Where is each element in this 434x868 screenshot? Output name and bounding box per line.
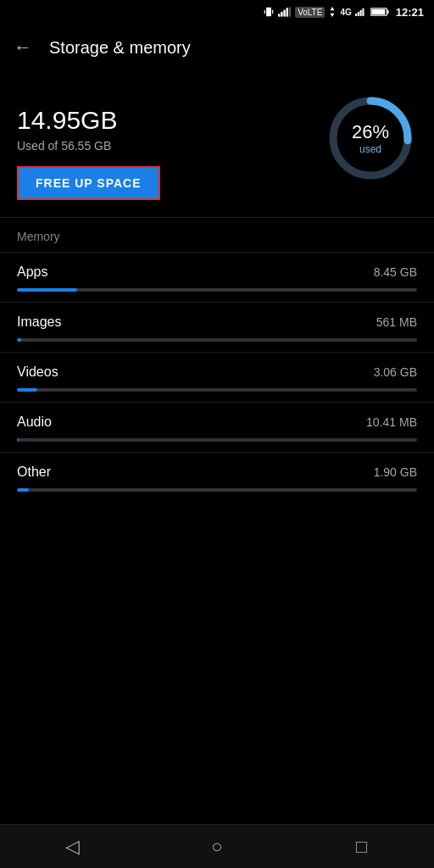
- svg-rect-2: [272, 10, 273, 14]
- progress-bar-container: [17, 488, 417, 492]
- storage-used-value: 14.95GB: [17, 92, 160, 136]
- donut-label: 26% used: [352, 121, 389, 155]
- storage-item[interactable]: Images 561 MB: [0, 302, 434, 352]
- storage-item-header: Other 1.90 GB: [17, 465, 417, 480]
- vibrate-icon: [263, 6, 275, 18]
- svg-rect-10: [355, 14, 357, 16]
- top-bar: ← Storage & memory: [0, 24, 434, 71]
- storage-item[interactable]: Apps 8.45 GB: [0, 252, 434, 302]
- storage-item-header: Videos 3.06 GB: [17, 364, 417, 380]
- storage-item-name: Audio: [17, 415, 52, 430]
- storage-item-header: Audio 10.41 MB: [17, 415, 417, 430]
- memory-section-header: Memory: [0, 217, 434, 252]
- svg-rect-3: [278, 14, 280, 16]
- storage-used-of: Used of 56.55 GB: [17, 139, 160, 153]
- back-button[interactable]: ←: [14, 36, 32, 58]
- progress-bar-fill: [17, 388, 37, 392]
- progress-bar-fill: [17, 288, 77, 292]
- memory-label: Memory: [17, 230, 60, 243]
- svg-rect-16: [371, 9, 385, 14]
- storage-item-name: Other: [17, 465, 51, 480]
- battery-icon: [370, 7, 389, 17]
- storage-item-value: 1.90 GB: [374, 465, 417, 479]
- storage-item[interactable]: Other 1.90 GB: [0, 452, 434, 502]
- svg-rect-0: [266, 8, 271, 17]
- progress-bar-container: [17, 288, 417, 292]
- storage-item-value: 10.41 MB: [366, 415, 417, 429]
- storage-item[interactable]: Audio 10.41 MB: [0, 402, 434, 452]
- donut-chart: 26% used: [324, 92, 417, 185]
- signal2-icon: [355, 7, 367, 17]
- storage-item[interactable]: Videos 3.06 GB: [0, 352, 434, 402]
- svg-rect-1: [264, 10, 265, 14]
- home-nav-button[interactable]: ○: [192, 830, 242, 864]
- svg-marker-9: [331, 14, 335, 17]
- svg-rect-15: [387, 10, 389, 14]
- storage-left: 14.95GB Used of 56.55 GB FREE UP SPACE: [17, 92, 160, 200]
- storage-item-header: Apps 8.45 GB: [17, 264, 417, 280]
- storage-items-list: Apps 8.45 GB Images 561 MB Videos 3.06 G…: [0, 252, 434, 502]
- svg-rect-7: [289, 7, 291, 16]
- storage-item-value: 561 MB: [376, 315, 417, 329]
- storage-unit: GB: [81, 106, 117, 134]
- storage-item-name: Images: [17, 314, 61, 330]
- volte-badge: VoLTE: [295, 7, 325, 18]
- svg-rect-13: [362, 8, 364, 16]
- progress-bar-container: [17, 338, 417, 342]
- svg-rect-12: [359, 10, 361, 16]
- status-bar: VoLTE 4G 12:21: [0, 0, 434, 24]
- page-title: Storage & memory: [49, 38, 191, 58]
- svg-marker-8: [331, 7, 335, 10]
- progress-bar-fill: [17, 488, 29, 492]
- storage-item-name: Apps: [17, 264, 47, 280]
- donut-percent: 26%: [352, 121, 389, 143]
- donut-used-label: used: [352, 143, 389, 155]
- bottom-nav: ◁ ○ □: [0, 824, 434, 868]
- free-up-space-button[interactable]: FREE UP SPACE: [17, 166, 160, 200]
- progress-bar-fill: [17, 338, 21, 342]
- status-time: 12:21: [396, 6, 424, 19]
- storage-info-section: 14.95GB Used of 56.55 GB FREE UP SPACE 2…: [0, 71, 434, 217]
- progress-bar-container: [17, 388, 417, 392]
- svg-rect-4: [281, 12, 282, 17]
- storage-item-name: Videos: [17, 364, 58, 380]
- back-nav-button[interactable]: ◁: [47, 830, 97, 864]
- progress-bar-fill: [17, 438, 19, 442]
- recent-nav-button[interactable]: □: [337, 830, 387, 864]
- signal-icon: [278, 7, 292, 17]
- svg-rect-6: [287, 8, 288, 16]
- 4g-badge: 4G: [340, 8, 351, 17]
- data-arrows-icon: [328, 7, 337, 17]
- svg-rect-11: [358, 12, 359, 16]
- storage-item-value: 3.06 GB: [374, 365, 417, 379]
- status-icons: VoLTE 4G 12:21: [263, 6, 424, 19]
- storage-item-value: 8.45 GB: [374, 265, 417, 279]
- svg-rect-5: [284, 10, 286, 17]
- progress-bar-container: [17, 438, 417, 442]
- storage-item-header: Images 561 MB: [17, 314, 417, 330]
